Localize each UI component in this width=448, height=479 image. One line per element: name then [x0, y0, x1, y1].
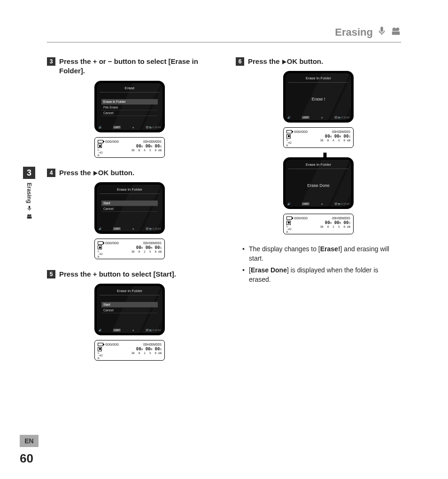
step-number: 5 — [47, 270, 55, 278]
step-4: 4 Press the OK button. Erase in Folder S… — [47, 168, 212, 259]
step-6-head: 6 Press the OK button. — [236, 57, 401, 66]
step-5-screens: Erase in Folder Start Cancel 🔊LIMIT■🎬 📷 … — [47, 284, 212, 361]
step-5: 5 Press the + button to select [Start]. … — [47, 270, 212, 361]
header-title: Erasing — [335, 26, 373, 39]
step-3: 3 Press the + or − button to select [Era… — [47, 57, 212, 158]
mic-icon — [377, 26, 387, 39]
play-icon — [93, 171, 98, 176]
status-strip: 000/00000H00M00S 00H 00M 00S L-42R300250… — [283, 214, 354, 234]
step-5-head: 5 Press the + button to select [Start]. — [47, 270, 212, 279]
lcd-done: Erase in Folder Erase Done 🔊LIMIT■🎬 📷 ⏱1… — [283, 157, 354, 209]
step-6-screens: Erase in Folder Erase ! 🔊LIMIT■🎬 📷 ⏱10:0… — [236, 71, 401, 234]
play-icon — [282, 60, 286, 64]
step-6: 6 Press the OK button. Erase in Folder E… — [236, 57, 401, 285]
lcd-eif-start: Erase in Folder Start Cancel 🔊LIMIT■🎬 📷 … — [94, 182, 165, 234]
battery-icon — [98, 140, 103, 143]
step-number: 4 — [47, 169, 55, 177]
chapter-label: Erasing — [26, 183, 32, 219]
step-5-text: Press the + button to select [Start]. — [59, 270, 176, 279]
step-number: 6 — [236, 57, 244, 66]
content-columns: 3 Press the + or − button to select [Era… — [47, 57, 401, 371]
note-erase-done: [Erase Done] is displayed when the folde… — [242, 266, 401, 284]
page-header: Erasing — [47, 26, 401, 43]
manual-page: Erasing 3 Press the + or − button to sel… — [0, 0, 448, 479]
step-3-head: 3 Press the + or − button to select [Era… — [47, 57, 212, 76]
step-4-head: 4 Press the OK button. — [47, 168, 212, 178]
movie-icon — [391, 26, 401, 39]
mic-icon — [26, 205, 32, 211]
left-column: 3 Press the + or − button to select [Era… — [47, 57, 212, 371]
chapter-tab: 3 Erasing — [20, 167, 39, 219]
lcd-erase-menu: Erase Erase in Folder File Erase Cancel … — [94, 81, 165, 132]
lcd-eif-start-hl: Erase in Folder Start Cancel 🔊LIMIT■🎬 📷 … — [94, 284, 165, 335]
step-3-screens: Erase Erase in Folder File Erase Cancel … — [47, 81, 212, 158]
note-erase-start: The display changes to [Erase!] and eras… — [242, 245, 401, 263]
step-6-text: Press the OK button. — [248, 57, 323, 66]
language-badge: EN — [20, 435, 39, 447]
status-strip: 000/00000H00M00S 00H 00M 00S L-42R300250… — [94, 340, 165, 361]
page-number: 60 — [20, 451, 33, 466]
right-column: 6 Press the OK button. Erase in Folder E… — [236, 57, 401, 371]
step-4-text: Press the OK button. — [59, 168, 134, 178]
step-3-text: Press the + or − button to select [Erase… — [59, 57, 212, 76]
status-strip: 000/000 00H00M00S 00H 00M 00S L-42R 30BA… — [94, 137, 165, 158]
chapter-number: 3 — [23, 167, 35, 179]
movie-icon — [26, 213, 32, 219]
step-6-notes: The display changes to [Erase!] and eras… — [236, 245, 401, 284]
lcd-erasing: Erase in Folder Erase ! 🔊LIMIT■🎬 📷 ⏱10:0… — [283, 71, 354, 123]
step-number: 3 — [47, 57, 55, 66]
status-strip: 000/00000H00M00S 00H 00M 00S L-42R30BA50… — [283, 127, 354, 148]
status-strip: 000/00000H00M00S 00H 00M 00S L-42R300250… — [94, 239, 165, 259]
step-4-screens: Erase in Folder Start Cancel 🔊LIMIT■🎬 📷 … — [47, 182, 212, 259]
